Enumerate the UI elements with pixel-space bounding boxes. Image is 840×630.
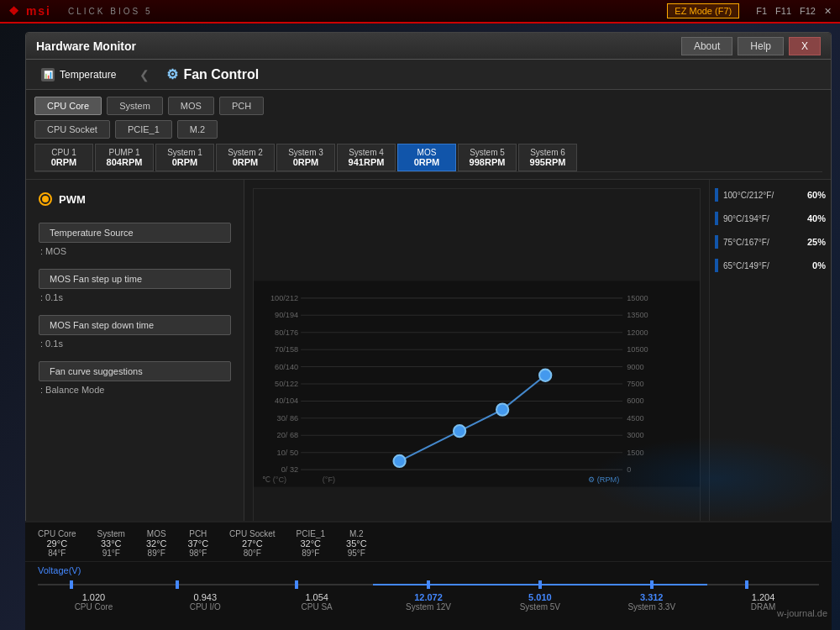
svg-text:(°F): (°F) xyxy=(323,475,335,484)
voltage-readings-row: 1.020 CPU Core 0.943 CPU I/O 1.054 CPU S… xyxy=(25,577,832,613)
svg-text:10/ 50: 10/ 50 xyxy=(277,449,299,457)
svg-text:30/ 86: 30/ 86 xyxy=(277,414,299,423)
voltage-cpu-io: 0.943 CPU I/O xyxy=(150,579,261,612)
temperature-tab-label: Temperature xyxy=(60,69,116,81)
sensor-btn-pch[interactable]: PCH xyxy=(219,97,264,115)
tab-fan-control[interactable]: ⚙ Fan Control xyxy=(166,66,259,82)
threshold-pct-100: 60% xyxy=(807,190,826,200)
step-down-value: : 0.1s xyxy=(39,339,231,349)
sensor-btn-m2[interactable]: M.2 xyxy=(177,120,218,139)
tab-area: 📊 Temperature ❮ ⚙ Fan Control xyxy=(26,60,831,90)
svg-text:1500: 1500 xyxy=(627,449,643,457)
svg-text:20/ 68: 20/ 68 xyxy=(277,431,299,439)
sensor-tabs: CPU Core System MOS PCH CPU Socket PCIE_… xyxy=(26,90,831,180)
svg-text:0/ 32: 0/ 32 xyxy=(281,465,298,474)
sensor-row-1: CPU Core System MOS PCH xyxy=(34,97,822,115)
curve-point-4 xyxy=(539,370,551,381)
svg-text:℃ (°C): ℃ (°C) xyxy=(262,475,286,484)
f11-icon[interactable]: F11 xyxy=(775,6,791,17)
threshold-bar-100 xyxy=(715,188,718,202)
svg-text:15000: 15000 xyxy=(627,294,648,302)
svg-text:13500: 13500 xyxy=(627,311,648,319)
svg-text:90/194: 90/194 xyxy=(275,311,298,319)
step-up-value: : 0.1s xyxy=(39,292,231,302)
svg-text:6000: 6000 xyxy=(627,396,643,405)
close-top-icon[interactable]: ✕ xyxy=(824,6,832,17)
threshold-pct-90: 40% xyxy=(807,213,826,223)
temp-readings-row: CPU Core 29°C 84°F System 33°C 91°F MOS … xyxy=(25,522,832,562)
curve-point-2 xyxy=(454,425,465,437)
f12-icon[interactable]: F12 xyxy=(800,6,816,17)
temp-source-button[interactable]: Temperature Source xyxy=(39,223,231,243)
fan-control-icon: ⚙ xyxy=(166,66,178,82)
threshold-pct-75: 25% xyxy=(807,237,826,247)
sensor-btn-system[interactable]: System xyxy=(107,97,163,115)
tab-separator: ❮ xyxy=(139,68,150,81)
threshold-bar-75 xyxy=(715,235,718,249)
msi-topbar: ❖ msi CLICK BIOS 5 EZ Mode (F7) F1 F11 F… xyxy=(0,0,840,24)
temp-pcie1: PCIE_1 32°C 89°F xyxy=(297,529,325,558)
threshold-90: 90°C/194°F/ 40% xyxy=(715,212,826,225)
threshold-temp-90: 90°C/194°F/ xyxy=(723,214,802,223)
step-up-button[interactable]: MOS Fan step up time xyxy=(39,269,231,289)
threshold-bar-90 xyxy=(715,212,718,225)
voltage-thumb-cpu-core[interactable] xyxy=(70,580,73,589)
fan-control-label: Fan Control xyxy=(183,67,259,82)
voltage-thumb-cpu-sa[interactable] xyxy=(295,580,298,589)
voltage-thumb-sys5v[interactable] xyxy=(538,580,542,589)
fan-curve-value: : Balance Mode xyxy=(39,385,231,395)
threshold-temp-100: 100°C/212°F/ xyxy=(723,191,802,200)
svg-text:4500: 4500 xyxy=(627,414,643,423)
fan-cell-sys2[interactable]: System 2 0RPM xyxy=(216,144,275,171)
threshold-pct-65: 0% xyxy=(812,260,826,270)
fan-cell-mos[interactable]: MOS 0RPM xyxy=(397,144,456,171)
step-down-button[interactable]: MOS Fan step down time xyxy=(39,315,231,335)
bios-title: CLICK BIOS 5 xyxy=(68,7,152,16)
sensor-btn-pcie1[interactable]: PCIE_1 xyxy=(115,120,172,139)
help-button[interactable]: Help xyxy=(738,37,784,55)
voltage-label: Voltage(V) xyxy=(25,562,832,577)
svg-text:12000: 12000 xyxy=(627,328,648,337)
hw-window-title: Hardware Monitor xyxy=(36,39,676,53)
voltage-thumb-dram[interactable] xyxy=(745,580,748,589)
sensor-btn-mos[interactable]: MOS xyxy=(168,97,214,115)
svg-text:60/140: 60/140 xyxy=(275,363,298,371)
temp-system: System 33°C 91°F xyxy=(97,529,125,558)
svg-text:100/212: 100/212 xyxy=(270,294,298,302)
hw-titlebar: Hardware Monitor About Help X xyxy=(26,33,831,60)
about-button[interactable]: About xyxy=(681,37,732,55)
sensor-row-2: CPU Socket PCIE_1 M.2 xyxy=(34,120,822,139)
pwm-radio-dot xyxy=(42,196,49,202)
svg-text:7500: 7500 xyxy=(627,380,643,388)
ez-mode-label[interactable]: EZ Mode (F7) xyxy=(667,3,739,18)
sensor-btn-cpu-socket[interactable]: CPU Socket xyxy=(34,120,110,139)
fan-cell-pump1[interactable]: PUMP 1 804RPM xyxy=(95,144,154,171)
fan-cell-sys3[interactable]: System 3 0RPM xyxy=(276,144,335,171)
threshold-100: 100°C/212°F/ 60% xyxy=(715,188,826,202)
tab-temperature[interactable]: 📊 Temperature xyxy=(34,65,123,85)
svg-text:80/176: 80/176 xyxy=(275,328,298,337)
threshold-75: 75°C/167°F/ 25% xyxy=(715,235,826,249)
pwm-radio[interactable] xyxy=(39,192,52,206)
svg-text:0: 0 xyxy=(627,465,631,474)
fan-curve-button[interactable]: Fan curve suggestions xyxy=(39,361,231,381)
threshold-temp-75: 75°C/167°F/ xyxy=(723,238,802,247)
pwm-option: PWM xyxy=(39,192,231,206)
voltage-sys5v: 5.010 System 5V xyxy=(484,579,596,612)
fan-cell-sys1[interactable]: System 1 0RPM xyxy=(155,144,214,171)
svg-text:10500: 10500 xyxy=(627,345,648,354)
temp-source-control: Temperature Source : MOS xyxy=(39,223,231,256)
close-button[interactable]: X xyxy=(789,37,821,55)
fan-cell-sys4[interactable]: System 4 941RPM xyxy=(337,144,396,171)
f1-icon[interactable]: F1 xyxy=(756,6,767,17)
voltage-thumb-sys12v[interactable] xyxy=(427,580,430,589)
voltage-thumb-cpu-io[interactable] xyxy=(176,580,179,589)
fan-cell-sys5[interactable]: System 5 998RPM xyxy=(458,144,517,171)
voltage-thumb-sys33v[interactable] xyxy=(650,580,654,589)
sensor-btn-cpu-core[interactable]: CPU Core xyxy=(34,97,102,115)
curve-point-3 xyxy=(496,403,508,415)
step-down-control: MOS Fan step down time : 0.1s xyxy=(39,315,231,349)
svg-text:3000: 3000 xyxy=(627,431,643,439)
fan-cell-cpu1[interactable]: CPU 1 0RPM xyxy=(34,144,93,171)
fan-cell-sys6[interactable]: System 6 995RPM xyxy=(518,144,577,171)
